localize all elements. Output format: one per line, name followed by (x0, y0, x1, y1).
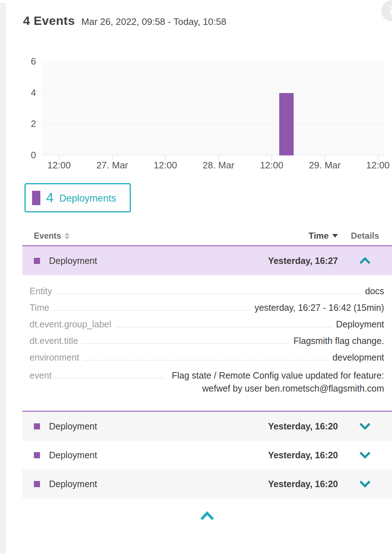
table-row-deployment[interactable]: Deployment Yesterday, 16:20 (22, 469, 392, 498)
detail-row-event: event Flag state / Remote Config value u… (30, 369, 384, 395)
detail-label: event (30, 370, 52, 381)
event-type-label: Deployment (49, 450, 97, 460)
detail-row-time: Time yesterday, 16:27 - 16:42 (15min) (30, 303, 384, 319)
column-header-details: Details (338, 231, 392, 241)
x-tick-label: 12:00 (47, 160, 71, 171)
event-details-panel: Entity docs Time yesterday, 16:27 - 16:4… (22, 275, 392, 412)
detail-value: Flag state / Remote Config value updated… (168, 369, 384, 395)
leader-line (56, 378, 164, 379)
leader-line (116, 327, 332, 327)
events-table: Events Time Details Deployment Yesterday… (22, 226, 392, 523)
panel-header: 4 Events Mar 26, 2022, 09:58 - Today, 10… (23, 14, 226, 28)
deployment-type-icon (34, 423, 40, 429)
y-tick-label: 4 (22, 88, 36, 97)
legend-count: 4 (46, 190, 54, 206)
detail-label: dt.event.title (30, 336, 78, 346)
detail-row-group-label: dt.event.group_label Deployment (30, 319, 384, 336)
table-row-deployment-expanded[interactable]: Deployment Yesterday, 16:27 (22, 245, 392, 275)
events-header-label: Events (34, 231, 61, 241)
chevron-up-icon[interactable] (359, 257, 371, 265)
leader-line (57, 294, 361, 294)
event-time-label: Yesterday, 16:20 (268, 479, 338, 489)
x-tick-label: 12:00 (366, 160, 389, 171)
events-bar-chart (42, 61, 384, 155)
info-icon[interactable]: i (381, 0, 392, 21)
info-icon-glyph: i (390, 4, 392, 18)
collapse-panel-button[interactable] (198, 510, 216, 523)
detail-label: environment (30, 352, 79, 363)
timeframe-label: Mar 26, 2022, 09:58 - Today, 10:58 (81, 16, 226, 27)
detail-value: Flagsmith flag change. (293, 336, 384, 346)
y-tick-label: 6 (22, 57, 36, 66)
gridline (42, 93, 384, 93)
leader-line (83, 343, 289, 344)
detail-row-entity: Entity docs (30, 286, 384, 303)
detail-value[interactable]: docs (365, 286, 384, 296)
detail-label: Entity (30, 286, 52, 296)
chevron-up-icon (200, 511, 215, 521)
deployment-type-icon (34, 452, 40, 458)
detail-label: Time (30, 303, 49, 313)
chevron-down-icon[interactable] (359, 451, 371, 459)
events-panel: 4 Events Mar 26, 2022, 09:58 - Today, 10… (6, 0, 392, 556)
event-time-label: Yesterday, 16:20 (268, 421, 338, 432)
time-header-label: Time (308, 231, 329, 241)
legend-deployments-toggle[interactable]: 4 Deployments (24, 183, 131, 212)
leader-line (54, 310, 250, 311)
x-tick-label: 12:00 (153, 160, 177, 171)
deployments-bar[interactable] (279, 93, 294, 155)
leader-line (84, 360, 328, 361)
event-type-label: Deployment (49, 479, 97, 489)
gridline (42, 124, 384, 124)
x-tick-label: 12:00 (260, 160, 283, 171)
x-tick-label: 28. Mar (202, 160, 234, 171)
page-title: 4 Events (23, 14, 75, 28)
detail-label: dt.event.group_label (30, 319, 111, 330)
table-row-deployment[interactable]: Deployment Yesterday, 16:20 (22, 412, 392, 441)
page-background-gutter (0, 3, 6, 554)
detail-row-environment: environment development (30, 352, 384, 369)
column-header-events[interactable]: Events (34, 231, 70, 241)
panel-footer (22, 510, 392, 523)
detail-row-title: dt.event.title Flagsmith flag change. (30, 336, 384, 352)
x-tick-label: 29. Mar (309, 160, 340, 171)
y-tick-label: 0 (22, 150, 36, 160)
sort-desc-icon (332, 234, 338, 238)
event-type-label: Deployment (49, 256, 97, 266)
chart-x-axis: 12:0027. Mar12:0028. Mar12:0029. Mar12:0… (42, 160, 384, 172)
column-header-time[interactable]: Time (308, 231, 338, 241)
y-tick-label: 2 (22, 119, 36, 128)
chevron-down-icon[interactable] (359, 480, 371, 488)
event-time-label: Yesterday, 16:20 (268, 450, 338, 460)
x-tick-label: 27. Mar (96, 160, 128, 171)
table-header-row: Events Time Details (22, 226, 392, 245)
deployments-swatch-icon (32, 191, 40, 205)
event-type-label: Deployment (49, 421, 97, 432)
event-time-label: Yesterday, 16:27 (268, 256, 338, 266)
deployment-type-icon (34, 481, 40, 487)
detail-value: Deployment (336, 319, 384, 330)
detail-value: development (333, 352, 384, 363)
legend-label: Deployments (59, 191, 116, 204)
detail-value: yesterday, 16:27 - 16:42 (15min) (255, 303, 384, 313)
table-row-deployment[interactable]: Deployment Yesterday, 16:20 (22, 441, 392, 469)
chevron-down-icon[interactable] (359, 422, 371, 430)
deployment-type-icon (34, 258, 40, 264)
sort-icon (64, 233, 70, 239)
